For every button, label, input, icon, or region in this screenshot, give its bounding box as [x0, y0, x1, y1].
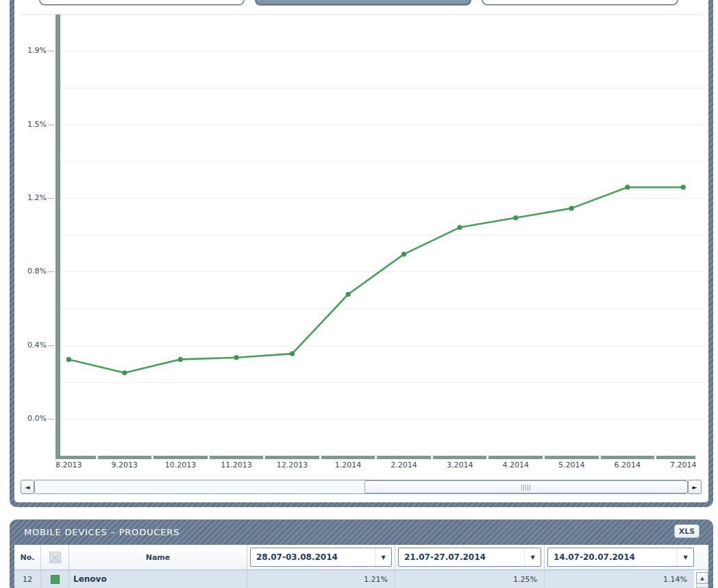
x-axis-label: 3.2014 — [432, 461, 487, 469]
column-header-week3: 14.07-20.07.2014 ▼ — [545, 545, 708, 569]
x-axis-label: 7.2014 — [656, 461, 710, 469]
x-axis-label: 12.2013 — [265, 461, 320, 469]
value-week3: 1.14% — [545, 570, 694, 588]
xls-export-button[interactable]: XLS — [674, 524, 700, 538]
data-point — [234, 355, 238, 360]
data-point — [401, 252, 406, 256]
y-axis-tick — [48, 198, 54, 199]
tab-1[interactable] — [39, 0, 245, 5]
tab-3[interactable] — [482, 0, 678, 5]
value-week2: 1.25% — [395, 570, 545, 588]
x-axis-segment — [153, 456, 208, 459]
xls-label: XLS — [679, 527, 695, 536]
y-axis-label: 0.8% — [11, 267, 47, 275]
scroll-right-button[interactable]: ► — [688, 480, 702, 494]
chevron-down-icon[interactable]: ▼ — [375, 548, 391, 566]
x-axis-segment — [488, 456, 543, 459]
x-axis-segment — [60, 456, 96, 459]
chevron-down-icon[interactable]: ▼ — [524, 548, 541, 566]
x-axis-segment — [98, 456, 152, 459]
trend-line-chart — [60, 14, 704, 456]
data-point — [178, 357, 183, 362]
table-scroll-up-button[interactable]: ▲ — [696, 572, 708, 584]
x-axis-segment — [210, 456, 264, 459]
clear-selection-icon[interactable] — [49, 552, 61, 563]
y-axis-label: 0.4% — [11, 341, 47, 350]
y-axis-label: 0.0% — [11, 414, 47, 423]
x-axis-segment — [433, 456, 487, 459]
column-header-week1: 28.07-03.08.2014 ▼ — [247, 545, 395, 569]
data-point — [290, 352, 295, 356]
x-axis-label: 8.2013 — [41, 461, 96, 469]
tab-2-active[interactable] — [255, 0, 471, 5]
table-row[interactable]: 12 Lenovo 1.21% 1.25% 1.14% — [14, 570, 694, 588]
column-header-no: No. — [14, 545, 41, 569]
y-axis-tick — [48, 419, 54, 419]
week-dropdown-2-value: 21.07-27.07.2014 — [399, 552, 524, 562]
table-header-row: No. Name 28.07-03.08.2014 ▼ 21.07-27.07.… — [14, 545, 708, 570]
x-axis-label: 11.2013 — [209, 461, 264, 469]
row-number: 12 — [14, 570, 41, 588]
data-point — [66, 357, 71, 362]
y-axis-label: 1.2% — [11, 193, 47, 202]
x-axis-segment — [377, 456, 431, 459]
x-axis-label: 2.2014 — [377, 461, 432, 469]
trend-line — [69, 187, 683, 373]
chart-scrollbar-track[interactable] — [34, 480, 688, 494]
app-screen: 1.9%1.5%1.2%0.8%0.4%0.0% 8.20139.201310.… — [0, 0, 718, 588]
x-axis-segment — [321, 456, 375, 459]
x-axis-label: 6.2014 — [600, 461, 655, 469]
x-axis-segment — [656, 456, 695, 459]
data-point — [625, 185, 630, 190]
data-point — [346, 292, 351, 297]
value-week1: 1.21% — [247, 570, 395, 588]
x-axis-label: 4.2014 — [488, 461, 543, 469]
week-dropdown-3[interactable]: 14.07-20.07.2014 ▼ — [547, 548, 694, 567]
column-header-week2: 21.07-27.07.2014 ▼ — [395, 545, 545, 569]
column-header-name: Name — [69, 545, 247, 569]
left-arrow-icon: ◄ — [25, 484, 30, 491]
scrollbar-grip-icon — [521, 485, 531, 491]
data-point — [681, 185, 686, 190]
y-axis — [55, 14, 60, 459]
chevron-down-icon[interactable]: ▼ — [677, 548, 693, 566]
producer-name: Lenovo — [69, 570, 247, 588]
data-point — [513, 215, 518, 220]
data-point — [569, 206, 574, 210]
x-axis-label: 10.2013 — [153, 461, 208, 469]
y-axis-tick — [48, 125, 54, 125]
y-axis-label: 1.9% — [11, 46, 47, 55]
y-axis-tick — [48, 345, 54, 346]
week-dropdown-3-value: 14.07-20.07.2014 — [548, 552, 677, 562]
x-axis-segment — [601, 456, 655, 459]
y-axis-label: 1.5% — [11, 120, 47, 129]
scroll-left-button[interactable]: ◄ — [21, 480, 34, 494]
x-axis-label: 1.2014 — [321, 461, 375, 469]
data-point — [122, 370, 127, 375]
section-title: MOBILE DEVICES – PRODUCERS — [24, 527, 180, 537]
x-axis-label: 5.2014 — [544, 461, 599, 469]
week-dropdown-1-value: 28.07-03.08.2014 — [251, 552, 375, 562]
chart-scrollbar-thumb[interactable] — [364, 480, 688, 493]
week-dropdown-2[interactable]: 21.07-27.07.2014 ▼ — [398, 548, 541, 567]
week-dropdown-1[interactable]: 28.07-03.08.2014 ▼ — [250, 548, 392, 567]
column-header-select[interactable] — [41, 545, 69, 569]
row-swatch-cell — [41, 570, 69, 588]
y-axis-tick — [48, 51, 54, 51]
x-axis-label: 9.2013 — [97, 461, 152, 469]
x-axis-segment — [545, 456, 599, 459]
right-arrow-icon: ► — [693, 484, 697, 491]
data-point — [458, 225, 462, 230]
y-axis-tick — [48, 271, 54, 272]
up-arrow-icon: ▲ — [700, 576, 704, 581]
x-axis-segment — [265, 456, 319, 459]
series-color-swatch — [51, 575, 60, 584]
